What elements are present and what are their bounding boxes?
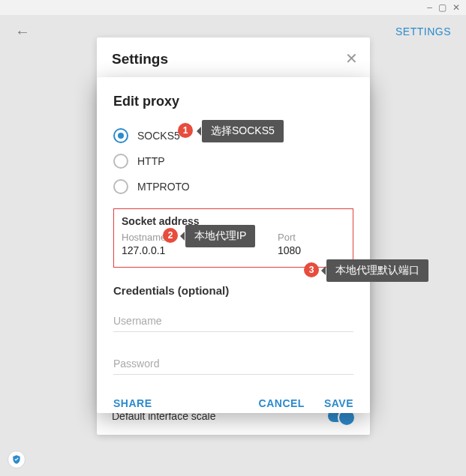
minimize-button[interactable]: – xyxy=(427,3,432,12)
password-input[interactable] xyxy=(113,353,353,375)
close-icon[interactable]: ✕ xyxy=(345,49,358,67)
settings-title: Settings xyxy=(112,51,355,67)
field-label: Port xyxy=(278,232,345,243)
maximize-button[interactable]: ▢ xyxy=(438,3,446,12)
dialog-title: Edit proxy xyxy=(113,94,353,109)
settings-link[interactable]: SETTINGS xyxy=(395,25,451,37)
radio-icon xyxy=(113,154,128,169)
credentials-heading: Credentials (optional) xyxy=(113,284,353,297)
dialog-buttons: SHARE CANCEL SAVE xyxy=(113,397,353,409)
annotation-badge-1: 1 xyxy=(178,123,193,138)
annotation-badge-2: 2 xyxy=(163,228,178,243)
annotation-tip-1: 选择SOCKS5 xyxy=(202,120,284,142)
radio-label: SOCKS5 xyxy=(137,130,180,142)
window-controls: – ▢ ✕ xyxy=(0,0,466,15)
radio-label: HTTP xyxy=(137,155,165,167)
radio-label: MTPROTO xyxy=(137,181,190,193)
radio-mtproto[interactable]: MTPROTO xyxy=(113,174,353,199)
cancel-button[interactable]: CANCEL xyxy=(259,397,305,409)
radio-icon xyxy=(113,179,128,194)
annotation-tip-3: 本地代理默认端口 xyxy=(326,259,428,282)
radio-http[interactable]: HTTP xyxy=(113,148,353,174)
save-button[interactable]: SAVE xyxy=(324,397,353,409)
shield-icon[interactable] xyxy=(8,451,26,469)
radio-icon xyxy=(113,128,128,143)
port-field[interactable]: Port 1080 xyxy=(278,232,345,256)
share-button[interactable]: SHARE xyxy=(113,397,152,409)
back-arrow-icon[interactable]: ← xyxy=(15,23,30,40)
close-window-button[interactable]: ✕ xyxy=(452,3,460,12)
annotation-badge-3: 3 xyxy=(304,262,319,277)
annotation-tip-2: 本地代理IP xyxy=(185,225,255,247)
field-value: 1080 xyxy=(278,244,345,256)
username-input[interactable] xyxy=(113,310,353,332)
